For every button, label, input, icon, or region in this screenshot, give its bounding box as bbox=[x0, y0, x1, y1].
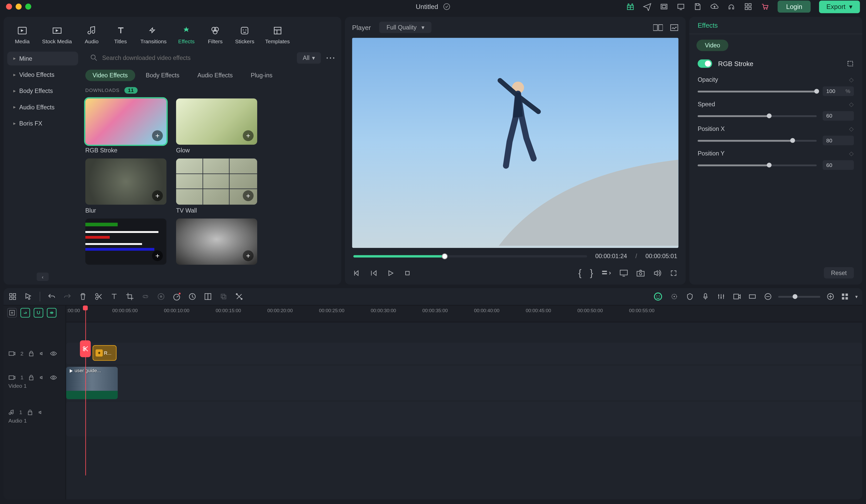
speed-ai-button[interactable] bbox=[173, 293, 181, 301]
sidebar-item-mine[interactable]: ▸Mine bbox=[7, 52, 78, 66]
link-button[interactable] bbox=[141, 293, 150, 301]
display-settings-button[interactable] bbox=[620, 270, 628, 277]
sub-tab-video-effects[interactable]: Video Effects bbox=[85, 70, 135, 81]
lock-icon[interactable] bbox=[28, 351, 34, 356]
effect-item-unnamed[interactable]: + bbox=[176, 218, 257, 267]
fullscreen-button[interactable] bbox=[670, 270, 677, 277]
volume-button[interactable] bbox=[653, 270, 662, 277]
play-button[interactable] bbox=[387, 270, 394, 277]
tool-tab-templates[interactable]: Templates bbox=[260, 22, 295, 48]
zoom-slider[interactable] bbox=[778, 296, 820, 297]
eye-icon[interactable] bbox=[50, 375, 57, 380]
effect-thumbnail[interactable]: + bbox=[85, 159, 166, 205]
add-effect-button[interactable]: + bbox=[243, 250, 254, 261]
mute-icon[interactable] bbox=[39, 375, 45, 380]
param-slider[interactable] bbox=[698, 164, 817, 166]
mark-in-button[interactable]: { bbox=[578, 268, 582, 278]
video-preview[interactable] bbox=[352, 38, 679, 248]
keyframe-icon[interactable]: ◇ bbox=[849, 76, 854, 83]
play-reverse-button[interactable] bbox=[370, 270, 377, 277]
color-button[interactable] bbox=[204, 293, 212, 301]
marker-button[interactable] bbox=[157, 293, 165, 301]
delete-button[interactable] bbox=[79, 293, 87, 301]
send-icon[interactable] bbox=[643, 2, 652, 11]
apps-icon[interactable] bbox=[744, 2, 753, 11]
param-slider[interactable] bbox=[698, 115, 817, 117]
tool-tab-filters[interactable]: Filters bbox=[201, 22, 229, 48]
tool-tab-transitions[interactable]: Transitions bbox=[136, 22, 171, 48]
ai-face-button[interactable] bbox=[653, 292, 663, 301]
inspector-tab-video[interactable]: Video bbox=[697, 40, 729, 51]
aspect-button[interactable] bbox=[748, 293, 756, 301]
sidebar-item-audio-effects[interactable]: ▸Audio Effects bbox=[7, 100, 78, 114]
export-button[interactable]: Export▾ bbox=[819, 0, 860, 13]
sub-tab-plug-ins[interactable]: Plug-ins bbox=[244, 70, 280, 81]
sub-tab-body-effects[interactable]: Body Effects bbox=[138, 70, 186, 81]
redo-button[interactable] bbox=[63, 293, 71, 301]
clip-effect[interactable]: ✦ R... bbox=[92, 345, 116, 361]
chip-magnet[interactable] bbox=[34, 308, 43, 318]
device-icon[interactable] bbox=[677, 2, 685, 11]
mute-icon[interactable] bbox=[38, 410, 44, 415]
scrub-bar[interactable] bbox=[353, 255, 587, 257]
effect-item-glow[interactable]: +Glow bbox=[176, 98, 257, 154]
track-row-audio[interactable] bbox=[66, 402, 863, 436]
sidebar-collapse-button[interactable]: ‹ bbox=[37, 273, 49, 281]
more-options-button[interactable]: ⋯ bbox=[325, 52, 335, 64]
add-effect-button[interactable]: + bbox=[152, 250, 163, 261]
tool-tab-titles[interactable]: Titles bbox=[107, 22, 134, 48]
sidebar-item-video-effects[interactable]: ▸Video Effects bbox=[7, 68, 78, 82]
save-icon[interactable] bbox=[694, 2, 702, 11]
reset-button[interactable]: Reset bbox=[824, 267, 854, 279]
keyframe-icon[interactable]: ◇ bbox=[849, 150, 854, 157]
tool-tab-effects[interactable]: Effects bbox=[173, 22, 200, 48]
effect-thumbnail[interactable]: + bbox=[176, 159, 257, 205]
mic-button[interactable] bbox=[701, 293, 710, 301]
speed-button[interactable] bbox=[188, 293, 197, 301]
login-button[interactable]: Login bbox=[778, 0, 811, 13]
param-value-input[interactable]: 100% bbox=[823, 87, 854, 96]
maximize-window[interactable] bbox=[25, 3, 31, 10]
track-row-fx[interactable]: ✦ R... bbox=[66, 343, 863, 364]
add-effect-button[interactable]: + bbox=[243, 190, 254, 201]
tool-tab-media[interactable]: Media bbox=[9, 22, 36, 48]
close-window[interactable] bbox=[6, 3, 12, 10]
slider-knob[interactable] bbox=[767, 163, 771, 168]
quality-dropdown[interactable]: Full Quality▾ bbox=[379, 22, 432, 33]
slider-knob[interactable] bbox=[790, 138, 795, 143]
cart-icon[interactable] bbox=[761, 2, 769, 11]
enhance-button[interactable] bbox=[670, 293, 679, 301]
effect-thumbnail[interactable]: + bbox=[176, 98, 257, 145]
chip-snap[interactable] bbox=[47, 308, 57, 318]
sub-tab-audio-effects[interactable]: Audio Effects bbox=[190, 70, 240, 81]
effect-item-tv-wall[interactable]: +TV Wall bbox=[176, 159, 257, 214]
eye-icon[interactable] bbox=[50, 351, 57, 356]
record-button[interactable] bbox=[732, 293, 741, 301]
effect-thumbnail[interactable]: + bbox=[176, 218, 257, 265]
effect-expand-icon[interactable] bbox=[847, 60, 854, 67]
view-mode-button[interactable] bbox=[841, 293, 849, 301]
tl-pointer-tool[interactable] bbox=[24, 293, 33, 301]
zoom-out-button[interactable] bbox=[764, 293, 772, 301]
param-value-input[interactable]: 80 bbox=[823, 136, 854, 146]
param-value-input[interactable]: 60 bbox=[823, 111, 854, 121]
param-value-input[interactable]: 60 bbox=[823, 160, 854, 170]
tool-tab-stock-media[interactable]: Stock Media bbox=[37, 22, 77, 48]
mute-icon[interactable] bbox=[39, 351, 45, 356]
sidebar-item-boris-fx[interactable]: ▸Boris FX bbox=[7, 116, 78, 130]
view-mode-chevron[interactable]: ▾ bbox=[855, 294, 857, 299]
add-effect-button[interactable]: + bbox=[243, 130, 254, 141]
lock-icon[interactable] bbox=[27, 410, 33, 415]
shield-button[interactable] bbox=[686, 293, 694, 301]
playhead-marker[interactable] bbox=[83, 306, 88, 310]
filter-all-dropdown[interactable]: All▾ bbox=[297, 52, 321, 64]
undo-button[interactable] bbox=[47, 293, 56, 301]
zoom-in-button[interactable] bbox=[826, 293, 835, 301]
chip-link[interactable] bbox=[21, 308, 30, 318]
split-button[interactable] bbox=[95, 293, 103, 301]
snapshot-view-icon[interactable] bbox=[670, 24, 679, 31]
effect-item-unnamed[interactable]: + bbox=[85, 218, 166, 267]
effect-enable-toggle[interactable] bbox=[698, 59, 712, 68]
tool-tab-audio[interactable]: Audio bbox=[78, 22, 106, 48]
sidebar-item-body-effects[interactable]: ▸Body Effects bbox=[7, 84, 78, 98]
